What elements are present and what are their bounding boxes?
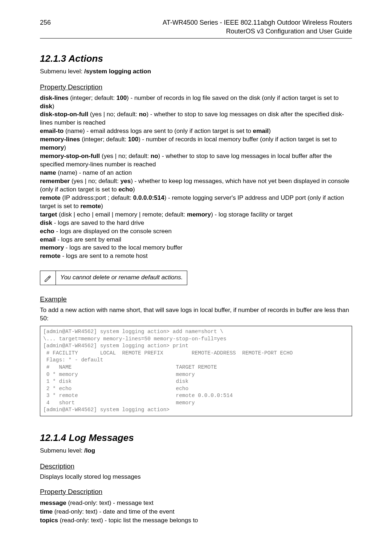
t: ) <box>133 186 135 193</box>
t: memory <box>187 211 211 218</box>
prop-disk-lines: disk-lines <box>40 94 68 101</box>
prop-target-disk: disk <box>40 219 52 226</box>
t: - logs are sent by email <box>56 236 121 243</box>
t: (disk | echo | email | memory | remote; … <box>57 211 187 218</box>
t: echo <box>118 186 133 193</box>
pencil-icon-svg <box>44 274 52 282</box>
t: (read-only: text) - topic list the messa… <box>58 517 198 524</box>
example-heading: Example <box>40 295 352 303</box>
property-list-actions: disk-lines (integer; default: 100) - num… <box>40 94 352 261</box>
page-container: 256 AT-WR4500 Series - IEEE 802.11abgh O… <box>0 0 392 543</box>
pencil-icon <box>40 271 56 285</box>
submenu-value: /system logging action <box>84 68 151 75</box>
prop-target-remote-val: remote <box>40 252 61 259</box>
t: ) - number of records in log file saved … <box>127 94 339 101</box>
header-title-line2: RouterOS v3 Configuration and User Guide <box>163 27 352 36</box>
t: email <box>253 127 269 134</box>
header-title-block: AT-WR4500 Series - IEEE 802.11abgh Outdo… <box>163 18 352 36</box>
submenu-log: Submenu level: /log <box>40 447 352 454</box>
prop-target-echo: echo <box>40 228 54 235</box>
prop-target-email: email <box>40 236 56 243</box>
prop-target: target <box>40 211 57 218</box>
prop-topics: topics <box>40 517 58 524</box>
t: ) - number of records in local memory bu… <box>138 136 337 143</box>
submenu-actions: Submenu level: /system logging action <box>40 68 352 75</box>
t: ) <box>52 103 54 110</box>
t: 100 <box>117 94 127 101</box>
t: memory <box>40 144 64 151</box>
prop-email-to: email-to <box>40 127 64 134</box>
t: 100 <box>128 136 138 143</box>
prop-time: time <box>40 508 53 515</box>
prop-message: message <box>40 499 66 506</box>
t: - logs are sent to a remote host <box>61 252 148 259</box>
t: (read-only: text) - date and time of the… <box>53 508 174 515</box>
prop-memory-lines: memory-lines <box>40 136 80 143</box>
t: - logs are displayed on the console scre… <box>54 228 172 235</box>
t: ) - log storage facility or target <box>211 211 293 218</box>
info-note-text: You cannot delete or rename default acti… <box>56 271 187 285</box>
submenu-prefix-log: Submenu level: <box>40 447 84 454</box>
t: 0.0.0.0:514 <box>133 194 164 201</box>
section-heading-actions: 12.1.3 Actions <box>40 53 352 64</box>
t: (integer; default: <box>80 136 128 143</box>
t: (integer; default: <box>68 94 116 101</box>
t: no <box>139 111 147 118</box>
t: yes <box>121 178 131 185</box>
t: ) <box>269 127 271 134</box>
code-block-actions: [admin@AT-WR4562] system logging action>… <box>40 326 352 416</box>
t: (read-only: text) - message text <box>66 499 154 506</box>
submenu-prefix: Submenu level: <box>40 68 84 75</box>
example-description: To add a new action with name short, tha… <box>40 306 352 323</box>
t: ) <box>101 203 103 210</box>
page-number: 256 <box>40 18 51 27</box>
prop-memory-stop-on-full: memory-stop-on-full <box>40 153 100 159</box>
t: - logs are saved to the local memory buf… <box>64 244 183 251</box>
property-description-heading-log: Property Description <box>40 488 352 496</box>
t: (name) - name of an action <box>56 169 132 176</box>
t: (name) - email address logs are sent to … <box>64 127 253 134</box>
t: (yes | no; default: <box>100 153 151 159</box>
prop-disk-stop-on-full: disk-stop-on-full <box>40 111 88 118</box>
prop-target-memory: memory <box>40 244 64 251</box>
t: - logs are saved to the hard drive <box>52 219 144 226</box>
t: remote <box>81 203 101 210</box>
t: (IP address:port ; default: <box>61 194 133 201</box>
prop-remote: remote <box>40 194 61 201</box>
t: (yes | no; default: <box>70 178 121 185</box>
property-description-heading: Property Description <box>40 83 352 91</box>
submenu-value-log: /log <box>84 447 95 454</box>
description-heading: Description <box>40 462 352 470</box>
prop-remember: remember <box>40 178 70 185</box>
description-text: Displays locally stored log messages <box>40 473 352 481</box>
section-heading-log-messages: 12.1.4 Log Messages <box>40 432 352 443</box>
t: (yes | no; default: <box>88 111 139 118</box>
header-title-line1: AT-WR4500 Series - IEEE 802.11abgh Outdo… <box>163 18 352 27</box>
property-list-log: message (read-only: text) - message text… <box>40 499 352 524</box>
t: ) <box>64 144 66 151</box>
t: no <box>151 153 158 159</box>
t: disk <box>40 103 52 110</box>
page-header: 256 AT-WR4500 Series - IEEE 802.11abgh O… <box>40 18 352 39</box>
info-note-box: You cannot delete or rename default acti… <box>40 271 187 285</box>
prop-name: name <box>40 169 56 176</box>
